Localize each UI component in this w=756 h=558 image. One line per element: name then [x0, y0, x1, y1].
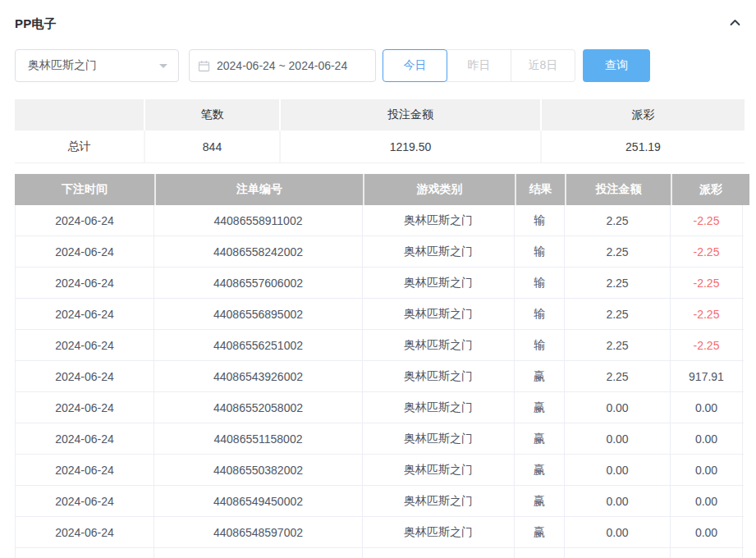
- column-header-result: 结果: [515, 174, 565, 205]
- cell-bet-amount: 0.00: [565, 455, 671, 485]
- table-row: 2024-06-24 44086543926002 奥林匹斯之门 赢 2.25 …: [16, 361, 744, 392]
- cell-game-category: 奥林匹斯之门: [363, 268, 515, 298]
- table-row: 2024-06-24 44086558911002 奥林匹斯之门 输 2.25 …: [16, 205, 744, 236]
- cell-payout: 0.00: [671, 455, 743, 485]
- cell-payout: -2.25: [671, 268, 743, 298]
- cell-order-number: 44086556251002: [154, 330, 363, 360]
- cell-result: 赢: [515, 517, 565, 547]
- table-row: 2024-06-24 44086551158002 奥林匹斯之门 赢 0.00 …: [16, 423, 744, 455]
- cell-result: 输: [515, 268, 565, 298]
- cell-result: 赢: [515, 455, 565, 485]
- cell-bet-amount: 2.25: [565, 299, 671, 329]
- cell-game-category: [363, 548, 515, 558]
- cell-bet-amount: 0.00: [565, 392, 671, 423]
- bet-table-body: 2024-06-24 44086558911002 奥林匹斯之门 输 2.25 …: [15, 205, 744, 558]
- cell-game-category: 奥林匹斯之门: [363, 299, 515, 329]
- cell-game-category: 奥林匹斯之门: [363, 455, 515, 485]
- cell-order-number: 44086551158002: [154, 423, 363, 454]
- chevron-up-icon: [727, 16, 743, 33]
- cell-order-number: 44086549450002: [154, 486, 363, 516]
- cell-order-number: 44086558911002: [154, 205, 363, 236]
- cell-game-category: 奥林匹斯之门: [363, 236, 515, 267]
- summary-total-row: 总计 844 1219.50 251.19: [15, 130, 745, 163]
- today-button[interactable]: 今日: [383, 49, 447, 82]
- cell-result: 输: [515, 205, 565, 236]
- cell-bet-time: [16, 548, 154, 558]
- cell-bet-amount: 2.25: [565, 268, 671, 298]
- cell-payout: -2.25: [671, 330, 743, 360]
- cell-result: 赢: [515, 486, 565, 516]
- cell-result: 输: [515, 299, 565, 329]
- column-header-game-category: 游戏类别: [363, 174, 515, 205]
- quick-date-button-group: 今日 昨日 近8日: [383, 49, 575, 82]
- cell-bet-amount: [565, 548, 671, 558]
- column-header-order-number: 注单编号: [154, 174, 363, 205]
- cell-game-category: 奥林匹斯之门: [363, 205, 515, 236]
- cell-bet-amount: 0.00: [565, 517, 671, 547]
- cell-game-category: 奥林匹斯之门: [363, 392, 515, 423]
- cell-bet-time: 2024-06-24: [16, 455, 154, 485]
- cell-game-category: 奥林匹斯之门: [363, 423, 515, 454]
- cell-payout: 917.91: [671, 361, 743, 391]
- yesterday-button[interactable]: 昨日: [447, 49, 511, 82]
- cell-result: 赢: [515, 392, 565, 423]
- cell-game-category: 奥林匹斯之门: [363, 517, 515, 547]
- date-range-input[interactable]: 2024-06-24 ~ 2024-06-24: [189, 49, 376, 82]
- game-select-value: 奥林匹斯之门: [28, 58, 97, 73]
- cell-bet-amount: 2.25: [565, 361, 671, 391]
- table-row: [16, 548, 744, 558]
- cell-bet-time: 2024-06-24: [16, 205, 154, 236]
- table-row: 2024-06-24 44086556251002 奥林匹斯之门 输 2.25 …: [16, 330, 744, 361]
- collapse-panel-button[interactable]: [727, 16, 743, 33]
- table-row: 2024-06-24 44086550382002 奥林匹斯之门 赢 0.00 …: [16, 455, 744, 486]
- column-header-payout: 派彩: [671, 174, 749, 205]
- table-row: 2024-06-24 44086548597002 奥林匹斯之门 赢 0.00 …: [16, 517, 744, 548]
- summary-header-bet-amount: 投注金额: [281, 99, 540, 130]
- cell-order-number: 44086543926002: [154, 361, 363, 391]
- cell-order-number: 44086550382002: [154, 455, 363, 485]
- cell-bet-time: 2024-06-24: [16, 299, 154, 329]
- cell-bet-time: 2024-06-24: [16, 330, 154, 360]
- cell-bet-amount: 0.00: [565, 486, 671, 516]
- cell-bet-amount: 2.25: [565, 205, 671, 236]
- table-row: 2024-06-24 44086558242002 奥林匹斯之门 输 2.25 …: [16, 236, 744, 268]
- panel-header: PP电子: [15, 16, 743, 31]
- summary-header-row: 笔数 投注金额 派彩: [15, 99, 745, 130]
- cell-result: 赢: [515, 423, 565, 454]
- cell-order-number: 44086557606002: [154, 268, 363, 298]
- summary-total-payout: 251.19: [540, 130, 745, 162]
- caret-down-icon: [159, 64, 167, 72]
- cell-bet-amount: 0.00: [565, 423, 671, 454]
- cell-payout: -2.25: [671, 236, 743, 267]
- bet-records-table: 下注时间 注单编号 游戏类别 结果 投注金额 派彩 2024-06-24 440…: [15, 174, 749, 558]
- table-row: 2024-06-24 44086549450002 奥林匹斯之门 赢 0.00 …: [16, 486, 744, 517]
- last-8-days-button[interactable]: 近8日: [511, 49, 575, 82]
- summary-total-count: 844: [144, 130, 279, 162]
- cell-order-number: 44086548597002: [154, 517, 363, 547]
- cell-game-category: 奥林匹斯之门: [363, 486, 515, 516]
- cell-bet-time: 2024-06-24: [16, 268, 154, 298]
- summary-total-bet-amount: 1219.50: [279, 130, 540, 162]
- summary-header-payout: 派彩: [542, 99, 745, 130]
- cell-order-number: 44086558242002: [154, 236, 363, 267]
- cell-payout: 0.00: [671, 517, 743, 547]
- game-select[interactable]: 奥林匹斯之门: [15, 49, 179, 82]
- calendar-icon: [198, 60, 210, 72]
- date-range-value: 2024-06-24 ~ 2024-06-24: [217, 59, 347, 72]
- cell-result: [515, 548, 565, 558]
- bet-table-header-row: 下注时间 注单编号 游戏类别 结果 投注金额 派彩: [15, 174, 749, 205]
- cell-result: 赢: [515, 361, 565, 391]
- cell-bet-time: 2024-06-24: [16, 361, 154, 391]
- cell-bet-amount: 2.25: [565, 236, 671, 267]
- cell-payout: -2.25: [671, 299, 743, 329]
- cell-bet-time: 2024-06-24: [16, 236, 154, 267]
- cell-result: 输: [515, 236, 565, 267]
- page-title: PP电子: [15, 16, 57, 32]
- summary-total-label: 总计: [15, 130, 144, 162]
- cell-game-category: 奥林匹斯之门: [363, 361, 515, 391]
- cell-order-number: [154, 548, 363, 558]
- cell-payout: 0.00: [671, 423, 743, 454]
- table-row: 2024-06-24 44086556895002 奥林匹斯之门 输 2.25 …: [16, 299, 744, 330]
- query-button[interactable]: 查询: [583, 49, 650, 82]
- summary-header-blank: [15, 99, 144, 130]
